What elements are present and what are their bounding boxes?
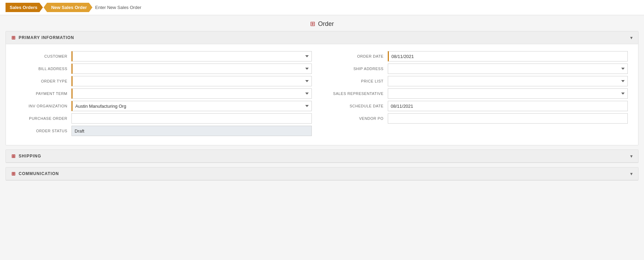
form-right-column: ORDER DATE SHIP ADDRESS PRICE LIST — [333, 51, 628, 138]
inv-org-label: INV ORGANIZATION — [16, 104, 71, 108]
price-list-label: PRICE LIST — [333, 79, 388, 83]
ship-address-label: SHIP ADDRESS — [333, 67, 388, 71]
vendor-po-label: VENDOR PO — [333, 116, 388, 121]
payment-term-row: PAYMENT TERM — [16, 88, 312, 99]
schedule-date-label: SCHEDULE DATE — [333, 104, 388, 108]
communication-header[interactable]: ⊞ COMMUNICATION ▾ — [6, 167, 638, 180]
order-status-value: Draft — [71, 126, 312, 136]
shipping-header[interactable]: ⊞ SHIPPING ▾ — [6, 150, 638, 163]
primary-information-header[interactable]: ⊞ PRIMARY INFORMATION ▾ — [6, 31, 638, 44]
shipping-panel: ⊞ SHIPPING ▾ — [6, 150, 638, 163]
primary-info-icon: ⊞ — [11, 35, 16, 40]
communication-panel: ⊞ COMMUNICATION ▾ — [6, 167, 638, 181]
breadcrumb-new-sales-order[interactable]: New Sales Order — [44, 3, 92, 12]
communication-icon: ⊞ — [11, 171, 16, 176]
purchase-order-row: PURCHASE ORDER — [16, 113, 312, 124]
shipping-chevron: ▾ — [630, 153, 633, 159]
order-type-select[interactable] — [71, 76, 312, 86]
primary-information-panel: ⊞ PRIMARY INFORMATION ▾ CUSTOMER BILL AD… — [6, 31, 638, 145]
communication-chevron: ▾ — [630, 171, 633, 176]
primary-info-body: CUSTOMER BILL ADDRESS ORDER TYPE — [6, 44, 638, 145]
sales-rep-label: SALES REPRESENTATIVE — [333, 92, 388, 96]
purchase-order-label: PURCHASE ORDER — [16, 116, 71, 121]
page-title: Order — [318, 20, 334, 28]
breadcrumb: Sales Orders New Sales Order Enter New S… — [0, 0, 644, 15]
communication-label: COMMUNICATION — [19, 171, 59, 176]
payment-term-label: PAYMENT TERM — [16, 92, 71, 96]
schedule-date-input[interactable] — [388, 101, 628, 111]
sales-rep-row: SALES REPRESENTATIVE — [333, 88, 628, 99]
shipping-label: SHIPPING — [19, 154, 41, 158]
inv-org-select[interactable]: Austin Manufacturing Org — [71, 101, 312, 111]
breadcrumb-current: Enter New Sales Order — [95, 5, 142, 10]
breadcrumb-sales-orders[interactable]: Sales Orders — [6, 3, 43, 12]
bill-address-row: BILL ADDRESS — [16, 64, 312, 74]
purchase-order-input[interactable] — [71, 113, 312, 124]
vendor-po-row: VENDOR PO — [333, 113, 628, 124]
order-date-row: ORDER DATE — [333, 51, 628, 61]
payment-term-select[interactable] — [71, 88, 312, 99]
form-left-column: CUSTOMER BILL ADDRESS ORDER TYPE — [16, 51, 312, 138]
bill-address-label: BILL ADDRESS — [16, 67, 71, 71]
customer-label: CUSTOMER — [16, 54, 71, 58]
customer-row: CUSTOMER — [16, 51, 312, 61]
primary-info-chevron: ▾ — [630, 35, 633, 40]
order-status-row: ORDER STATUS Draft — [16, 126, 312, 136]
page-title-area: ⊞ Order — [0, 15, 644, 31]
ship-address-select[interactable] — [388, 64, 628, 74]
ship-address-row: SHIP ADDRESS — [333, 64, 628, 74]
shipping-icon: ⊞ — [11, 153, 16, 159]
order-date-label: ORDER DATE — [333, 54, 388, 58]
order-type-label: ORDER TYPE — [16, 79, 71, 83]
bill-address-select[interactable] — [71, 64, 312, 74]
order-title-icon: ⊞ — [310, 20, 315, 28]
sales-rep-select[interactable] — [388, 88, 628, 99]
price-list-select[interactable] — [388, 76, 628, 86]
order-status-label: ORDER STATUS — [16, 129, 71, 133]
vendor-po-input[interactable] — [388, 113, 628, 124]
primary-info-label: PRIMARY INFORMATION — [19, 35, 74, 40]
schedule-date-row: SCHEDULE DATE — [333, 101, 628, 111]
order-type-row: ORDER TYPE — [16, 76, 312, 86]
order-date-input[interactable] — [388, 51, 628, 61]
customer-select[interactable] — [71, 51, 312, 61]
inv-org-row: INV ORGANIZATION Austin Manufacturing Or… — [16, 101, 312, 111]
price-list-row: PRICE LIST — [333, 76, 628, 86]
